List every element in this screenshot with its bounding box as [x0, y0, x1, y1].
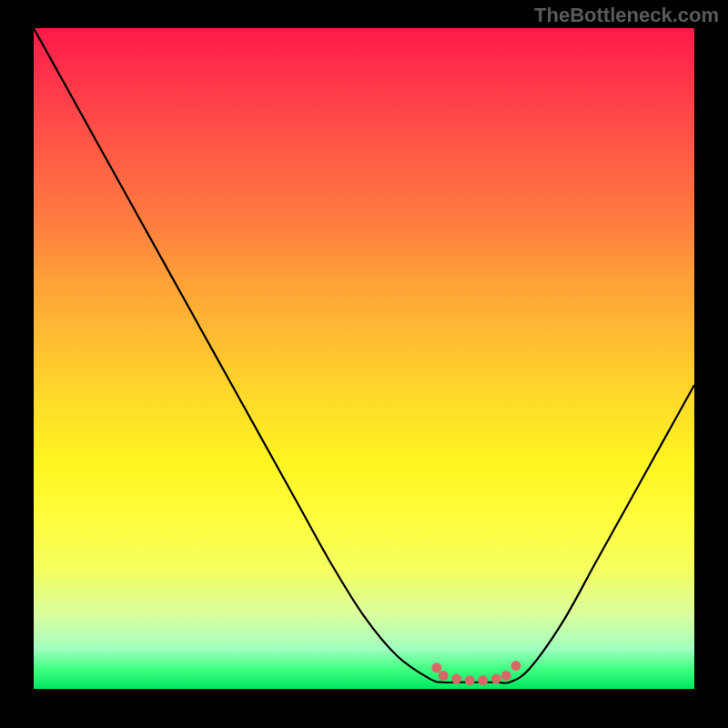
optimal-marker	[465, 675, 475, 685]
optimal-marker	[451, 674, 461, 684]
watermark-text: TheBottleneck.com	[534, 4, 719, 27]
chart-svg	[34, 28, 694, 689]
chart-plot-area	[34, 28, 694, 689]
optimal-marker	[431, 662, 441, 672]
optimal-marker	[511, 661, 521, 671]
optimal-marker	[491, 674, 501, 684]
bottleneck-curve	[34, 28, 694, 683]
optimal-marker	[478, 675, 488, 685]
optimal-marker	[439, 671, 449, 681]
optimal-marker	[501, 671, 511, 681]
